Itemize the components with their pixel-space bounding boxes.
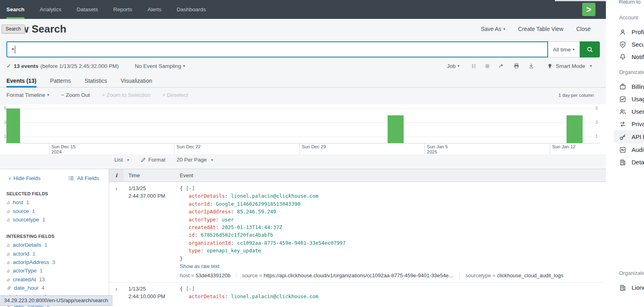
job-status-bar: ✓ 13 events (before 1/13/25 2:45:32.000 … [6,61,592,71]
meta-field-host[interactable]: host = 53de4339120b [180,272,236,278]
timeline-bar[interactable] [6,108,20,143]
nav-item-analytics[interactable]: Analytics [40,0,61,19]
format-timeline-control[interactable]: Format Timeline [6,92,49,98]
field-name: actorType [13,268,37,274]
settings-item-users[interactable]: Users [619,105,644,118]
field-type-prefix: a [6,268,10,274]
format-button[interactable]: Format [140,157,166,163]
meta-field-sourcetype[interactable]: sourcetype = clickhouse_cloud_audit_logs [459,272,569,278]
tab-label: Statistics [85,78,107,84]
field-name: source [13,208,29,214]
time-range-picker[interactable]: All time [548,41,580,57]
expand-chevron-icon[interactable] [109,184,124,278]
settings-item-usage[interactable]: Usage [619,93,644,105]
time-column-header: Time [124,172,175,178]
json-collapse-toggle[interactable]: [-] [186,185,195,191]
per-page-dropdown[interactable]: 20 Per Page [177,157,213,163]
json-field-line: createdAt: 2025-01-13T14:44:37Z [180,223,606,231]
splunk-logo[interactable]: > [582,3,595,16]
show-raw-text-link[interactable]: Show as raw text [180,262,219,271]
close-button[interactable]: Close [576,26,591,32]
nav-item-search[interactable]: Search [6,0,24,19]
settings-item-profile[interactable]: Profile [619,26,644,38]
all-fields-link[interactable]: All Fields [68,175,99,181]
nav-item-alerts[interactable]: Alerts [148,0,162,19]
meta-field-value: https://api.clickhouse.cloud/v1/organiza… [264,272,454,278]
events-table: i Time Event 1/13/252:44:37.000 PM{ [-]a… [109,169,606,307]
job-dropdown[interactable]: Job [447,63,459,69]
search-button[interactable] [580,41,600,57]
settings-item-security[interactable]: Security [619,38,644,51]
job-controls: Job Smart Mode [447,63,592,69]
nav-item-reports[interactable]: Reports [113,0,132,19]
search-input[interactable]: * [6,41,548,57]
settings-item-billing[interactable]: Billing [619,80,644,93]
field-row-actorType[interactable]: aactorType1 [0,266,109,275]
field-type-prefix: a [6,242,10,248]
y-axis-label-left: 5 [1,106,6,111]
field-row-sourcetype[interactable]: asourcetype1 [0,215,109,224]
create-table-view-button[interactable]: Create Table View [518,26,563,32]
json-colon: : [231,240,237,246]
result-detail: (before 1/13/25 2:45:32.000 PM) [41,63,119,69]
nav-item-datasets[interactable]: Datasets [77,0,98,19]
settings-item-label: Security [632,41,644,48]
field-row-createdAt[interactable]: acreatedAt13 [0,275,109,284]
user-icon [619,29,626,36]
nav-item-label: Alerts [148,6,162,12]
chart-gridline [9,108,594,109]
field-row-actorIpAddress[interactable]: aactorIpAddress3 [0,258,109,266]
tab-patterns[interactable]: Patterns [50,74,71,87]
events-table-header: i Time Event [109,169,606,182]
format-label: Format [148,157,166,163]
settings-item-api-keys[interactable]: API keys [614,130,644,143]
y-axis-label-right: 5 [595,106,601,111]
tab-active-underline [6,86,37,88]
settings-item-private-endpoints[interactable]: Private endpoints [619,118,644,130]
json-field-line: organizationId: cc1092aa-8775-459e-9401-… [180,239,606,247]
return-link[interactable]: Return to [619,0,640,5]
settings-item-audit[interactable]: Audit [619,143,644,156]
field-row-source[interactable]: asource1 [0,207,109,215]
field-row-actorId[interactable]: aactorId1 [0,250,109,258]
chart-gridline [9,123,594,123]
top-nav-items: SearchAnalyticsDatasetsReportsAlertsDash… [6,0,206,19]
field-row-actorDetails[interactable]: aactorDetails1 [0,241,109,249]
pause-icon[interactable] [471,63,476,69]
field-row-date_hour[interactable]: #date_hour4 [0,284,109,292]
share-icon[interactable] [498,63,505,69]
tab-statistics[interactable]: Statistics [85,74,107,87]
event-sampling-dropdown[interactable]: No Event Sampling [135,63,185,69]
search-mode-dropdown[interactable]: Smart Mode [547,63,592,69]
settings-item-notifications[interactable]: Notifications [619,51,644,63]
export-download-icon[interactable] [528,63,534,69]
settings-item-lionel[interactable]: Lionel [619,281,644,294]
meta-field-source[interactable]: source = https://api.clickhouse.cloud/v1… [236,272,459,278]
hide-fields-link[interactable]: Hide Fields [9,175,41,181]
event-body: { [-]actorDetails: lionel.palacin@clickh… [175,285,606,301]
field-name: actorIpAddress [13,259,49,265]
stop-icon[interactable] [485,63,490,69]
list-view-dropdown[interactable]: List [114,157,129,163]
tick-line2: 2025 [427,149,448,155]
timeline-bar[interactable] [567,115,583,143]
x-axis-tick [550,143,550,154]
zoom-out-control[interactable]: − Zoom Out [61,92,90,98]
field-type-prefix: # [6,285,11,291]
x-axis-tick-label: Sun Jan 12 [552,144,575,149]
settings-item-details[interactable]: Details [619,156,644,168]
nav-item-dashboards[interactable]: Dashboards [177,0,206,19]
results-tabs: Events (13)PatternsStatisticsVisualizati… [0,74,606,88]
field-name: actorId [13,251,29,257]
private-endpoints-icon [619,121,626,128]
selected-fields-header: SELECTED FIELDS [6,191,109,196]
json-collapse-toggle[interactable]: [-] [186,286,195,292]
timeline-bar[interactable] [388,115,404,143]
tab-visualization[interactable]: Visualization [121,74,152,87]
tab-events-13-[interactable]: Events (13) [6,74,37,87]
json-field-line: actorDetails: lionel.palacin@clickhouse.… [180,192,606,200]
print-icon[interactable] [513,63,520,69]
event-timeline-chart: 553311Sun Dec 152024Sun Dec 22Sun Dec 29… [0,104,606,154]
save-as-button[interactable]: Save As [481,26,505,32]
field-row-host[interactable]: ahost1 [0,198,109,207]
